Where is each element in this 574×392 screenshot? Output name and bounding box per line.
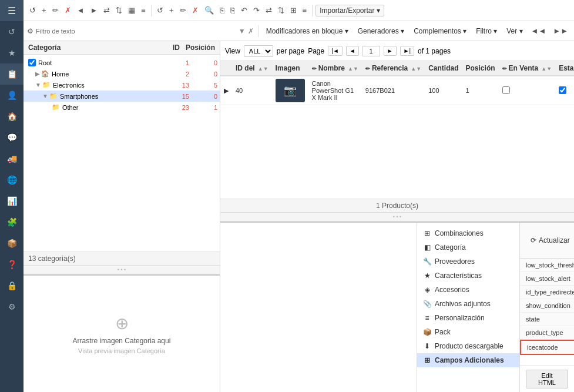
swap-h-button[interactable]: ⇄ <box>101 5 112 16</box>
sidebar-item-settings[interactable]: ⚙ <box>0 296 24 317</box>
menu-item-campos[interactable]: ⊞ Campos Adicionales <box>417 353 519 367</box>
sidebar-item-menu[interactable]: ☰ <box>0 0 24 21</box>
delete-button[interactable]: ✗ <box>62 5 73 16</box>
page-input[interactable] <box>362 46 380 56</box>
col-referencia-label: Referencia <box>372 64 408 72</box>
grid2-button[interactable]: ⊞ <box>288 5 299 16</box>
refresh-button[interactable]: ↺ <box>27 5 38 16</box>
sidebar-item-catalog[interactable]: 📋 <box>0 63 24 85</box>
gear-icon-2: ⚙ <box>27 27 33 35</box>
proveedores-label: Proveedores <box>435 257 475 266</box>
prev-page-button[interactable]: ◄ <box>346 46 359 56</box>
menu-button[interactable]: ≡ <box>139 5 148 16</box>
sidebar-item-box[interactable]: 📦 <box>0 233 24 254</box>
sidebar-item-shipping[interactable]: 🚚 <box>0 148 24 169</box>
view-select[interactable]: ALL <box>244 45 273 57</box>
copy-button[interactable]: ⎘ <box>217 5 227 16</box>
tree-item-root[interactable]: Root 1 0 <box>24 57 220 68</box>
estado-checkbox[interactable] <box>559 86 566 94</box>
last-page-button[interactable]: ►| <box>400 46 415 56</box>
delete2-button[interactable]: ✗ <box>190 5 201 16</box>
electronics-name: Electronics <box>53 82 170 89</box>
menu-item-pack[interactable]: 📦 Pack <box>417 325 519 339</box>
menu-item-categoria[interactable]: ◧ Categoría <box>417 240 519 254</box>
electronics-pos: 5 <box>194 82 217 89</box>
edit-button[interactable]: ✏ <box>50 5 61 16</box>
col-en-venta[interactable]: ✏ En Venta ▲▼ <box>499 61 556 76</box>
row-expand[interactable]: ▶ <box>220 76 232 105</box>
sidebar-item-home[interactable]: 🏠 <box>0 106 24 127</box>
swap4-button[interactable]: ⇅ <box>276 5 287 16</box>
filter-down-icon: ▼ <box>239 27 246 35</box>
menu-item-proveedores[interactable]: 🔧 Proveedores <box>417 254 519 269</box>
complementos-button[interactable]: Complementos ▾ <box>410 26 470 36</box>
en-venta-checkbox[interactable] <box>502 86 510 94</box>
tree-item-home[interactable]: ▶ 🏠 Home 2 0 <box>24 68 220 79</box>
forward-button[interactable]: ► <box>88 5 100 16</box>
search-button[interactable]: 🔍 <box>202 5 216 16</box>
swap-v-button[interactable]: ⇅ <box>113 5 125 16</box>
col-id: ID <box>150 43 180 52</box>
root-checkbox[interactable] <box>28 59 36 66</box>
tree-item-smartphones[interactable]: ▼ 📁 Smartphones 15 0 <box>24 91 220 102</box>
sidebar-item-persons[interactable]: 👤 <box>0 85 24 106</box>
menu-item-combinaciones[interactable]: ⊞ Combinaciones <box>417 226 519 240</box>
ver-button[interactable]: Ver ▾ <box>503 26 526 36</box>
add2-button[interactable]: + <box>167 5 176 16</box>
menu-item-accesorios[interactable]: ◈ Accesorios <box>417 283 519 297</box>
actualizar-button[interactable]: ⟳ Actualizar <box>526 234 574 246</box>
smartphones-arrow: ▼ <box>42 93 48 99</box>
refresh2-button[interactable]: ↺ <box>155 5 166 16</box>
sidebar-item-chat[interactable]: 💬 <box>0 127 24 148</box>
swap3-button[interactable]: ⇄ <box>263 5 274 16</box>
undo-button[interactable]: ↶ <box>239 5 250 16</box>
menu-item-caracteristicas[interactable]: ★ Características <box>417 269 519 283</box>
categoria-icon: ◧ <box>423 243 431 252</box>
col-posicion: Posición <box>462 61 499 76</box>
modificadores-button[interactable]: Modificadores en bloque ▾ <box>263 26 352 36</box>
col-referencia[interactable]: ✏ Referencia ▲▼ <box>362 61 425 76</box>
edit2-button[interactable]: ✏ <box>177 5 189 16</box>
menu-item-personalizacion[interactable]: ≡ Personalización <box>417 311 519 325</box>
add-button[interactable]: + <box>39 5 49 16</box>
menu-item-archivos[interactable]: 📎 Archivos adjuntos <box>417 297 519 311</box>
bottom-area: ⊞ Combinaciones ◧ Categoría 🔧 Proveedore… <box>220 222 574 392</box>
tree-item-other[interactable]: 📁 Other 23 1 <box>24 102 220 113</box>
sidebar-item-refresh[interactable]: ↺ <box>0 21 24 42</box>
redo-button[interactable]: ↷ <box>251 5 262 16</box>
sidebar-item-modules[interactable]: 🧩 <box>0 212 24 233</box>
menu2-button[interactable]: ≡ <box>300 5 310 16</box>
col-id-del[interactable]: ID del ▲▼ <box>232 61 272 76</box>
next-page-button[interactable]: ► <box>384 46 397 56</box>
back-button[interactable]: ◄ <box>75 5 87 16</box>
id-sort-icon: ▲▼ <box>258 66 268 72</box>
move-right-button[interactable]: ►► <box>550 25 570 36</box>
grid-button[interactable]: ▦ <box>126 5 137 16</box>
sidebar-item-favorites[interactable]: ★ <box>0 42 24 63</box>
separator-1 <box>151 5 152 16</box>
detail-row-state: state 1 <box>520 313 574 326</box>
col-nombre[interactable]: ✏ Nombre ▲▼ <box>308 61 362 76</box>
sidebar-item-globe[interactable]: 🌐 <box>0 169 24 190</box>
copy2-button[interactable]: ⎘ <box>228 5 237 16</box>
tree-item-electronics[interactable]: ▼ 📁 Electronics 13 5 <box>24 79 220 91</box>
first-page-button[interactable]: |◄ <box>328 46 343 56</box>
combinaciones-icon: ⊞ <box>423 229 431 237</box>
per-page-label: per page <box>277 47 304 55</box>
view-label: View <box>225 47 240 55</box>
move-left-button[interactable]: ◄◄ <box>529 25 549 36</box>
bottom-resize-handle[interactable]: • • • <box>220 212 574 222</box>
filtro-texto-link[interactable]: Filtro de texto <box>36 28 75 35</box>
edit-html-button[interactable]: Edit HTML <box>526 370 568 388</box>
generadores-button[interactable]: Generadores ▾ <box>354 26 408 36</box>
key-low-stock-alert: low_stock_alert <box>520 272 574 285</box>
importar-exportar-button[interactable]: Importar/Exportar ▾ <box>315 5 384 16</box>
table-row[interactable]: ▶ 40 📷 Canon PowerShot G1 X Mark II 9167… <box>220 76 574 105</box>
sidebar-item-help[interactable]: ❓ <box>0 254 24 275</box>
menu-item-descargable[interactable]: ⬇ Producto descargable <box>417 339 519 353</box>
sidebar-item-lock[interactable]: 🔒 <box>0 275 24 296</box>
filtro-button[interactable]: Filtro ▾ <box>472 26 501 36</box>
resize-handle-vertical[interactable]: • • • <box>24 265 220 274</box>
sidebar-item-stats[interactable]: 📊 <box>0 190 24 212</box>
other-pos: 1 <box>194 104 217 111</box>
